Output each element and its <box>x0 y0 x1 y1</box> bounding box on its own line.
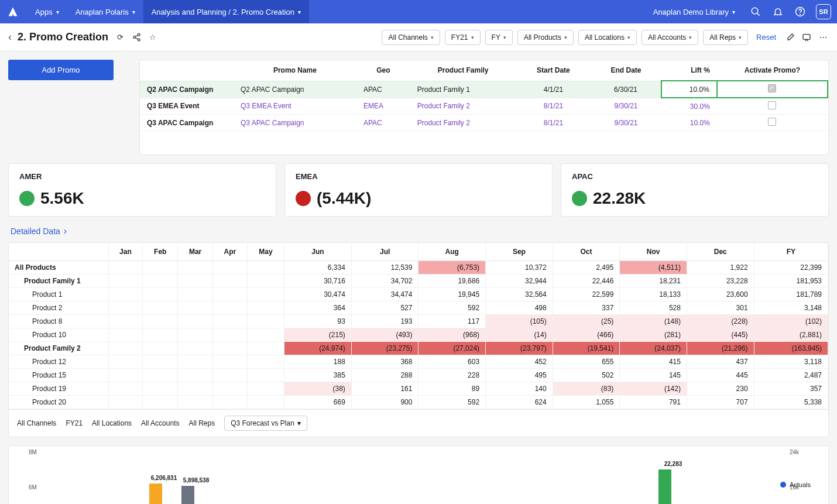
promo-header: Product Family <box>410 60 516 81</box>
data-row[interactable]: Product 130,47434,47419,94532,56422,5991… <box>9 288 828 301</box>
top-navbar: Apps▾ Anaplan Polaris▾ Analysis and Plan… <box>0 0 837 23</box>
activate-checkbox[interactable] <box>768 101 776 109</box>
reset-link[interactable]: Reset <box>756 33 776 42</box>
data-row[interactable]: Product 153852882284955021454452,487 <box>9 369 828 382</box>
data-row[interactable]: Product 23645275924983375283013,148 <box>9 301 828 315</box>
data-row[interactable]: Product 893193117(105)(25)(148)(228)(102… <box>9 315 828 328</box>
filter-fy[interactable]: FY▾ <box>485 30 513 45</box>
data-row[interactable]: All Products6,33412,539(6,753)10,3722,49… <box>9 261 828 275</box>
svg-line-7 <box>135 35 138 37</box>
svg-point-0 <box>752 8 758 14</box>
month-header: Apr <box>213 243 248 261</box>
promo-row[interactable]: Q3 EMEA EventQ3 EMEA EventEMEAProduct Fa… <box>140 98 828 115</box>
month-header: Aug <box>418 243 486 261</box>
month-header: Nov <box>620 243 687 261</box>
month-header: Sep <box>486 243 553 261</box>
filter-all-locations[interactable]: All Locations▾ <box>578 30 637 45</box>
promo-row[interactable]: Q2 APAC CampaignQ2 APAC CampaignAPACProd… <box>140 81 828 98</box>
bottom-filter-label[interactable]: All Channels <box>17 419 56 427</box>
month-header: Jun <box>284 243 352 261</box>
promo-header: Promo Name <box>234 60 356 81</box>
bottom-filter-label[interactable]: All Reps <box>188 419 215 427</box>
more-icon[interactable]: ⋯ <box>817 32 829 43</box>
nav-apps-label: Apps <box>35 8 53 16</box>
chevron-down-icon: ▾ <box>739 35 742 40</box>
chevron-down-icon: ▾ <box>732 9 735 15</box>
month-header: Mar <box>178 243 213 261</box>
star-icon[interactable]: ☆ <box>147 32 159 43</box>
promo-header: Lift % <box>661 60 717 81</box>
nav-breadcrumb-label: Analysis and Planning / 2. Promo Creatio… <box>152 8 294 16</box>
chart-area: 8M6M24k16k6,206,8315,898,53822,283 <box>44 452 694 504</box>
bell-icon[interactable] <box>771 5 784 18</box>
chart-bar: 22,283 <box>658 469 671 504</box>
bottom-filter-bar: All ChannelsFY21All LocationsAll Account… <box>9 409 828 437</box>
month-header: FY <box>754 243 828 261</box>
nav-apps[interactable]: Apps▾ <box>27 0 67 23</box>
edit-icon[interactable] <box>784 32 796 43</box>
promo-name-link[interactable]: Q3 APAC Campaign <box>241 119 304 127</box>
refresh-icon[interactable]: ⟳ <box>114 32 126 43</box>
help-icon[interactable] <box>794 5 807 18</box>
month-header: May <box>247 243 284 261</box>
nav-breadcrumb[interactable]: Analysis and Planning / 2. Promo Creatio… <box>143 0 309 23</box>
kpi-card-amer[interactable]: AMER5.56K <box>8 163 276 217</box>
svg-point-5 <box>133 36 135 39</box>
legend-dot-icon <box>780 482 786 488</box>
add-promo-button[interactable]: Add Promo <box>8 60 114 80</box>
promo-row[interactable]: Q3 APAC CampaignQ3 APAC CampaignAPACProd… <box>140 115 828 131</box>
chart-legend: Actuals <box>780 481 811 491</box>
bottom-filter-label[interactable]: All Locations <box>92 419 132 427</box>
filter-all-reps[interactable]: All Reps▾ <box>703 30 748 45</box>
share-icon[interactable] <box>131 32 142 43</box>
svg-line-8 <box>135 37 138 39</box>
page-title: 2. Promo Creation <box>18 31 108 43</box>
month-header: Jan <box>108 243 143 261</box>
detailed-data-card: JanFebMarAprMayJunJulAugSepOctNovDecFY A… <box>8 242 829 437</box>
data-row[interactable]: Product 206699005926241,0557917075,338 <box>9 396 828 409</box>
filter-all-channels[interactable]: All Channels▾ <box>382 30 440 45</box>
svg-rect-9 <box>803 34 810 39</box>
chevron-down-icon: ▾ <box>564 35 567 40</box>
promo-header: Start Date <box>516 60 591 81</box>
data-row[interactable]: Product Family 2(24,974)(23,275)(27,024)… <box>9 342 828 355</box>
search-icon[interactable] <box>749 5 762 18</box>
detailed-data-link[interactable]: Detailed Data <box>11 226 67 236</box>
bottom-filter-label[interactable]: FY21 <box>66 419 83 427</box>
chevron-down-icon: ▾ <box>503 35 506 40</box>
bottom-filter-label[interactable]: All Accounts <box>141 419 179 427</box>
data-row[interactable]: Product Family 130,71634,70219,68632,944… <box>9 275 828 288</box>
nav-app-name[interactable]: Anaplan Polaris▾ <box>67 0 143 23</box>
kpi-card-emea[interactable]: EMEA(5.44K) <box>284 163 553 217</box>
activate-checkbox[interactable] <box>768 84 776 92</box>
filter-all-accounts[interactable]: All Accounts▾ <box>642 30 698 45</box>
data-row[interactable]: Product 19(38)16189140(83)(142)230357 <box>9 382 828 396</box>
data-row[interactable]: Product 121883686034526554154373,118 <box>9 355 828 369</box>
back-arrow-icon[interactable]: ‹ <box>8 31 12 43</box>
page-header: ‹ 2. Promo Creation ⟳ ☆ All Channels▾FY2… <box>0 23 837 52</box>
month-header: Jul <box>351 243 418 261</box>
month-header: Oct <box>553 243 620 261</box>
kpi-card-apac[interactable]: APAC22.28K <box>561 163 829 217</box>
chevron-down-icon: ▾ <box>689 35 692 40</box>
kpi-value: 22.28K <box>593 189 646 208</box>
kpi-row: AMER5.56KEMEA(5.44K)APAC22.28K <box>8 163 829 217</box>
chevron-down-icon: ▾ <box>297 419 301 427</box>
promo-name-link[interactable]: Q3 EMEA Event <box>241 102 291 110</box>
comment-icon[interactable] <box>801 32 812 43</box>
data-row[interactable]: Product 10(215)(493)(968)(14)(466)(281)(… <box>9 328 828 342</box>
scenario-dropdown[interactable]: Q3 Forecast vs Plan▾ <box>224 416 307 431</box>
app-logo[interactable] <box>6 5 20 19</box>
svg-line-1 <box>757 13 760 16</box>
filter-all-products[interactable]: All Products▾ <box>517 30 574 45</box>
user-avatar[interactable]: SR <box>816 4 831 19</box>
chevron-down-icon: ▾ <box>431 35 434 40</box>
chevron-down-icon: ▾ <box>627 35 630 40</box>
chart-card: 8M6M24k16k6,206,8315,898,53822,283 Actua… <box>8 445 829 504</box>
filter-fy21[interactable]: FY21▾ <box>445 30 481 45</box>
nav-library[interactable]: Anaplan Demo Library▾ <box>649 0 740 23</box>
kpi-title: AMER <box>19 172 265 181</box>
activate-checkbox[interactable] <box>768 118 776 126</box>
chevron-down-icon: ▾ <box>298 9 301 15</box>
promo-header <box>140 60 234 81</box>
